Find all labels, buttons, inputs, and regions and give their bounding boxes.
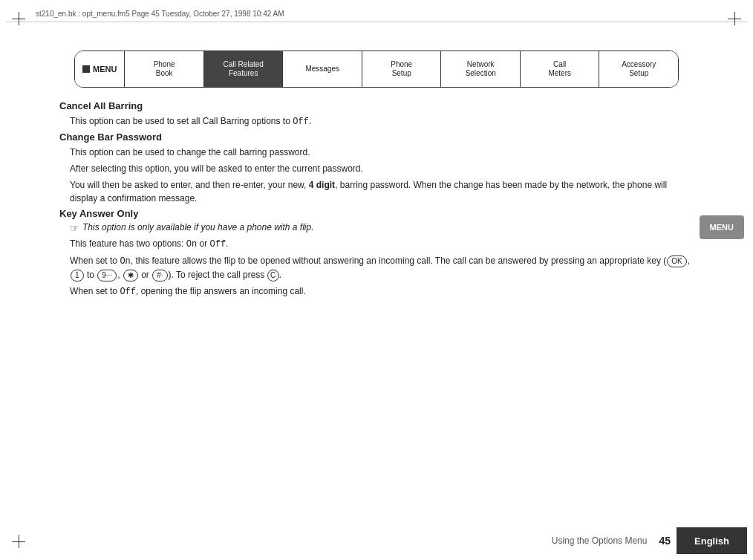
key-answer-note: ☞ This option is only available if you h…	[70, 222, 694, 234]
nav-item-phone-setup[interactable]: PhoneSetup	[362, 51, 442, 87]
nav-item-network-selection[interactable]: NetworkSelection	[441, 51, 521, 87]
nav-item-messages[interactable]: Messages	[283, 51, 362, 87]
menu-icon	[82, 65, 90, 73]
navigation-bar: MENU PhoneBook Call RelatedFeatures Mess…	[74, 51, 679, 88]
section-title-key-answer-only: Key Answer Only	[59, 208, 694, 219]
footer: Using the Options Menu 45 English	[6, 527, 747, 554]
section-body-change-bar-password-3: You will then be asked to enter, and the…	[70, 178, 694, 205]
footer-language: English	[677, 527, 747, 554]
section-cancel-all-barring: Cancel All Barring This option can be us…	[59, 100, 694, 128]
note-icon: ☞	[70, 222, 79, 234]
section-body-cancel-all-barring-1: This option can be used to set all Call …	[70, 114, 694, 128]
nav-item-call-meters[interactable]: CallMeters	[521, 51, 600, 87]
nav-item-accessory-setup[interactable]: AccessorySetup	[599, 51, 678, 87]
nav-item-phone-book[interactable]: PhoneBook	[125, 51, 204, 87]
section-body-key-answer-3: When set to Off, opening the flip answer…	[70, 284, 694, 299]
key-answer-note-text: This option is only available if you hav…	[82, 222, 314, 232]
side-menu-button[interactable]: MENU	[700, 215, 744, 239]
nav-item-call-related[interactable]: Call RelatedFeatures	[204, 51, 284, 87]
corner-mark-tr	[728, 12, 741, 25]
section-title-change-bar-password: Change Bar Password	[59, 131, 694, 143]
main-content: Cancel All Barring This option can be us…	[59, 100, 694, 501]
section-body-key-answer-2: When set to On, this feature allows the …	[70, 254, 694, 281]
menu-label: MENU	[75, 51, 125, 87]
footer-page: 45	[659, 535, 671, 547]
page-header: st210_en.bk : opt_menu.fm5 Page 45 Tuesd…	[6, 6, 747, 22]
breadcrumb: st210_en.bk : opt_menu.fm5 Page 45 Tuesd…	[36, 10, 284, 18]
section-body-change-bar-password-2: After selecting this option, you will be…	[70, 162, 694, 175]
section-key-answer-only: Key Answer Only ☞ This option is only av…	[59, 208, 694, 299]
section-body-change-bar-password-1: This option can be used to change the ca…	[70, 146, 694, 159]
section-change-bar-password: Change Bar Password This option can be u…	[59, 131, 694, 205]
section-title-cancel-all-barring: Cancel All Barring	[59, 100, 694, 111]
section-body-key-answer-1: This feature has two options: On or Off.	[70, 237, 694, 251]
footer-text: Using the Options Menu	[6, 535, 659, 546]
corner-mark-tl	[12, 12, 25, 25]
